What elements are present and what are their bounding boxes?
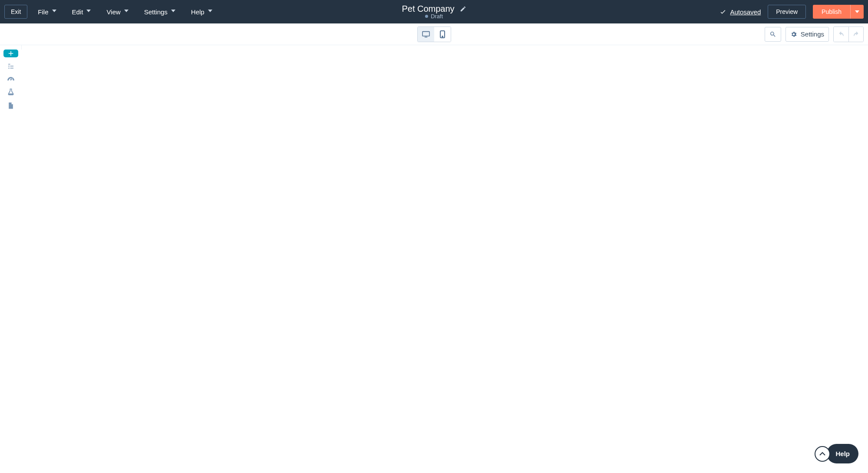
menu-label: Help — [191, 8, 205, 16]
tree-icon — [7, 63, 15, 70]
mobile-icon — [440, 30, 445, 38]
menu-label: View — [106, 8, 120, 16]
preview-button[interactable]: Preview — [768, 5, 806, 19]
device-mobile-button[interactable] — [434, 27, 451, 42]
svg-rect-0 — [422, 31, 429, 36]
device-toggle — [417, 26, 451, 42]
help-button[interactable]: Help — [827, 444, 858, 463]
page-title-block: Pet Company Draft — [402, 0, 466, 23]
undo-redo-group — [833, 26, 864, 42]
status-dot-icon — [425, 15, 428, 18]
menu-edit[interactable]: Edit — [72, 8, 91, 16]
menu-help[interactable]: Help — [191, 8, 212, 16]
chevron-down-icon — [124, 10, 129, 14]
toolbar-settings-button[interactable]: Settings — [785, 27, 829, 42]
gauge-icon — [7, 76, 15, 83]
check-icon — [719, 8, 726, 15]
exit-button[interactable]: Exit — [4, 5, 27, 19]
redo-icon — [852, 31, 860, 37]
autosaved-indicator[interactable]: Autosaved — [719, 8, 761, 16]
page-title: Pet Company — [402, 4, 454, 14]
menu-label: File — [38, 8, 48, 16]
rail-contents-button[interactable] — [3, 63, 18, 70]
editor-toolbar: Settings — [0, 23, 868, 45]
help-fab: Help — [815, 444, 858, 463]
rail-test-button[interactable] — [3, 88, 18, 96]
rail-add-button[interactable] — [3, 50, 18, 57]
publish-button[interactable]: Publish — [813, 5, 850, 19]
flask-icon — [7, 88, 14, 96]
search-icon — [769, 31, 776, 38]
rail-file-button[interactable] — [3, 102, 18, 110]
undo-button[interactable] — [834, 27, 848, 42]
chevron-down-icon — [86, 10, 91, 14]
rail-optimize-button[interactable] — [3, 76, 18, 83]
main-menu: File Edit View Settings Help — [38, 8, 212, 16]
menu-view[interactable]: View — [106, 8, 128, 16]
chevron-down-icon — [855, 10, 859, 13]
chevron-down-icon — [208, 10, 212, 14]
device-desktop-button[interactable] — [418, 27, 434, 42]
svg-point-3 — [442, 36, 443, 37]
edit-title-icon[interactable] — [460, 6, 466, 12]
page-status: Draft — [425, 13, 443, 20]
publish-dropdown[interactable] — [850, 5, 864, 19]
svg-rect-1 — [424, 36, 427, 37]
left-rail — [0, 45, 22, 50]
scroll-top-button[interactable] — [815, 446, 830, 462]
redo-button[interactable] — [848, 27, 863, 42]
gear-icon — [790, 31, 797, 38]
menu-label: Edit — [72, 8, 83, 16]
settings-label: Settings — [801, 30, 824, 38]
chevron-up-icon — [819, 452, 825, 456]
menu-settings[interactable]: Settings — [144, 8, 175, 16]
file-icon — [7, 102, 14, 110]
menu-label: Settings — [144, 8, 168, 16]
plus-icon — [7, 50, 15, 57]
toolbar-search-button[interactable] — [765, 27, 781, 42]
menu-file[interactable]: File — [38, 8, 56, 16]
publish-group: Publish — [813, 5, 864, 19]
autosaved-label: Autosaved — [730, 8, 761, 16]
status-label: Draft — [431, 13, 443, 20]
undo-icon — [837, 31, 845, 37]
chevron-down-icon — [171, 10, 175, 14]
chevron-down-icon — [52, 10, 56, 14]
top-nav: Exit File Edit View Settings Help Pet Co… — [0, 0, 868, 23]
desktop-icon — [422, 31, 430, 38]
